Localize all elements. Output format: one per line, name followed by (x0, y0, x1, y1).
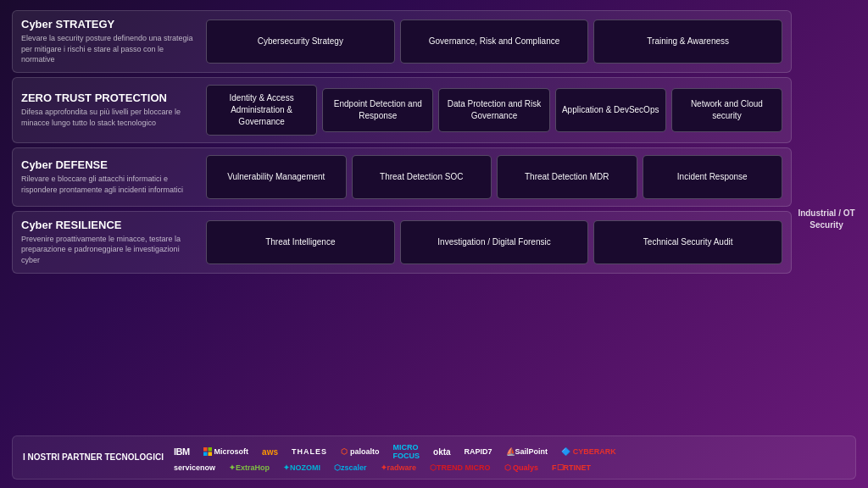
svg-rect-1 (208, 447, 212, 452)
partner-sailpoint: ⛵SailPoint (506, 447, 548, 456)
partners-row-1: IBM Microsoft aws THALES ⬡paloalto MICRO… (174, 443, 845, 460)
card-training-awareness: Training & Awareness (593, 19, 782, 64)
defense-desc: Rilevare e bloccare gli attacchi informa… (21, 174, 199, 195)
card-cybersecurity-strategy: Cybersecurity Strategy (206, 19, 395, 64)
card-identity-access: Identity & Access Administration & Gover… (206, 85, 317, 136)
resilience-row: Cyber RESILIENCE Prevenire proattivament… (12, 211, 792, 274)
partner-ibm: IBM (174, 446, 190, 457)
partner-servicenow: servicenow (174, 463, 215, 472)
partner-trendmicro: ⬡TREND MICRO (430, 463, 491, 472)
defense-cards: Vulnerability Management Threat Detectio… (206, 155, 782, 199)
card-vulnerability-management: Vulnerability Management (206, 155, 347, 199)
partner-microsoft: Microsoft (203, 447, 249, 456)
card-threat-detection-soc: Threat Detection SOC (352, 155, 492, 199)
strategy-desc: Elevare la security posture definendo un… (21, 33, 199, 65)
zero-trust-desc: Difesa approfondita su più livelli per b… (21, 107, 199, 128)
card-network-cloud: Network and Cloud security (671, 88, 782, 132)
card-data-protection: Data Protection and Risk Governance (438, 88, 549, 132)
card-investigation-forensic: Investigation / Digital Forensic (400, 220, 589, 264)
resilience-cards: Threat Intelligence Investigation / Digi… (206, 220, 782, 264)
content-area: Cyber STRATEGY Elevare la security postu… (12, 10, 856, 429)
zero-trust-label: ZERO TRUST PROTECTION Difesa approfondit… (21, 92, 199, 128)
rows-area: Cyber STRATEGY Elevare la security postu… (12, 10, 792, 429)
card-technical-security-audit: Technical Security Audit (593, 220, 782, 264)
partner-fortinet: F☐RTINET (552, 463, 591, 472)
svg-rect-0 (203, 447, 208, 452)
card-threat-intelligence: Threat Intelligence (206, 220, 395, 264)
partner-extrahop: ✦ExtraHop (229, 463, 270, 472)
defense-row: Cyber DEFENSE Rilevare e bloccare gli at… (12, 147, 792, 207)
defense-label: Cyber DEFENSE Rilevare e bloccare gli at… (21, 158, 199, 195)
card-governance-risk: Governance, Risk and Compliance (400, 19, 589, 64)
partners-bar: I NOSTRI PARTNER TECNOLOGICI IBM Microso… (12, 435, 856, 480)
partner-radware: ✦radware (381, 463, 417, 472)
side-label-ot: Industrial / OT Security (797, 10, 856, 429)
partner-rapid7: RAPID7 (465, 447, 492, 456)
partner-okta: okta (433, 447, 451, 457)
partner-qualys: ⬡ Qualys (504, 463, 539, 472)
partners-logos: IBM Microsoft aws THALES ⬡paloalto MICRO… (174, 443, 845, 472)
partner-cyberark: 🔷 CYBERARK (561, 447, 616, 456)
partners-row-2: servicenow ✦ExtraHop ✦NOZOMI ⬡zscaler ✦r… (174, 463, 845, 472)
zero-trust-row: ZERO TRUST PROTECTION Difesa approfondit… (12, 77, 792, 143)
main-container: Cyber STRATEGY Elevare la security postu… (0, 0, 868, 488)
microsoft-icon (203, 447, 212, 456)
strategy-title: Cyber STRATEGY (21, 18, 199, 30)
partner-paloalto: ⬡paloalto (341, 447, 380, 456)
resilience-title: Cyber RESILIENCE (21, 219, 199, 231)
resilience-label: Cyber RESILIENCE Prevenire proattivament… (21, 219, 199, 266)
strategy-cards: Cybersecurity Strategy Governance, Risk … (206, 19, 782, 64)
card-application-devsecops: Application & DevSecOps (555, 88, 666, 132)
partner-aws: aws (262, 447, 278, 457)
partner-microfocus: MICROFOCUS (393, 443, 420, 460)
strategy-label: Cyber STRATEGY Elevare la security postu… (21, 18, 199, 65)
svg-rect-2 (203, 452, 208, 457)
card-threat-detection-mdr: Threat Detection MDR (497, 155, 637, 199)
partner-nozomi: ✦NOZOMI (283, 463, 320, 472)
resilience-desc: Prevenire proattivamente le minacce, tes… (21, 234, 199, 266)
partner-thales: THALES (292, 447, 327, 456)
svg-rect-3 (208, 452, 212, 457)
strategy-row: Cyber STRATEGY Elevare la security postu… (12, 10, 792, 73)
defense-title: Cyber DEFENSE (21, 158, 199, 171)
zero-trust-title: ZERO TRUST PROTECTION (21, 92, 199, 104)
ot-security-label: Industrial / OT Security (797, 208, 856, 231)
card-incident-response: Incident Response (643, 155, 783, 199)
card-endpoint-detection: Endpoint Detection and Response (322, 88, 433, 132)
zero-trust-cards: Identity & Access Administration & Gover… (206, 85, 782, 136)
partners-title-label: I NOSTRI PARTNER TECNOLOGICI (23, 452, 164, 463)
partner-zscaler: ⬡zscaler (334, 463, 367, 472)
